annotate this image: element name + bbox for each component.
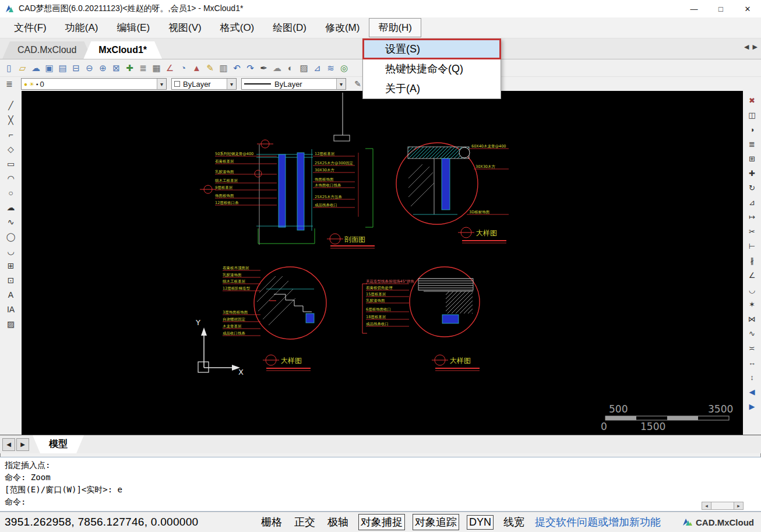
- polygon-icon[interactable]: ◇: [4, 142, 18, 156]
- menu-item[interactable]: 绘图(D): [263, 18, 316, 37]
- menu-item[interactable]: 帮助(H): [369, 18, 421, 37]
- command-line-area[interactable]: 指定插入点: 命令: Zoom [范围(E)/窗口(W)]<实时>: e 命令:…: [0, 457, 761, 512]
- maximize-button[interactable]: □: [707, 0, 734, 17]
- measure-angle-icon[interactable]: ∠: [163, 61, 177, 75]
- menu-item[interactable]: 视图(V): [159, 18, 211, 37]
- menu-option[interactable]: 设置(S): [363, 39, 501, 59]
- pedit-icon[interactable]: ∿: [745, 326, 759, 341]
- text-icon[interactable]: A: [4, 287, 18, 302]
- table-hatch-icon[interactable]: ▨: [4, 316, 18, 331]
- ellipse-icon[interactable]: ◯: [4, 229, 18, 244]
- mirror-icon[interactable]: ◑: [745, 122, 759, 137]
- status-toggle[interactable]: 栅格: [259, 514, 284, 530]
- linetype-scale-icon[interactable]: ≋: [324, 61, 337, 75]
- copy-icon[interactable]: ◫: [745, 108, 759, 122]
- linetype-dropdown[interactable]: ByLayer ▾: [241, 78, 346, 90]
- page-right-icon[interactable]: ▶: [745, 399, 759, 414]
- explode-icon[interactable]: ✶: [745, 297, 759, 312]
- drawing-canvas[interactable]: 50系列轻钢龙骨@400 石膏板基层 乳胶漆饰面 细木工板基层 9厘板基层 饰面…: [22, 91, 743, 435]
- fill-mode-icon[interactable]: ▲: [190, 61, 203, 75]
- menu-item[interactable]: 功能(A): [56, 18, 108, 37]
- layer-dropdown[interactable]: ● ☀ ▪ 0 ▾: [21, 78, 167, 90]
- triangle-tool-icon[interactable]: ⊿: [311, 61, 324, 75]
- open-folder-icon[interactable]: ▱: [16, 61, 29, 75]
- array-icon[interactable]: ⊞: [745, 152, 759, 166]
- lengthen-icon[interactable]: ↔: [745, 355, 759, 370]
- scrollbar-track[interactable]: [711, 502, 734, 510]
- menu-item[interactable]: 文件(F): [5, 18, 56, 37]
- display-order-icon[interactable]: ◐: [284, 61, 297, 75]
- construction-line-icon[interactable]: ╳: [4, 112, 18, 127]
- menu-item[interactable]: 编辑(E): [107, 18, 159, 37]
- quick-edit-icon[interactable]: ✎: [203, 61, 217, 75]
- zoom-extents-icon[interactable]: ⊠: [110, 61, 123, 75]
- rectangle-icon[interactable]: ▭: [4, 156, 18, 171]
- break-icon[interactable]: ∦: [745, 253, 759, 268]
- line-icon[interactable]: ╱: [4, 98, 18, 112]
- circle-icon[interactable]: ○: [4, 185, 18, 200]
- erase-icon[interactable]: ✖: [745, 93, 759, 108]
- offset-icon[interactable]: ≣: [745, 137, 759, 152]
- close-button[interactable]: ✕: [734, 0, 761, 17]
- scale-icon[interactable]: ⊿: [745, 195, 759, 210]
- scroll-right-icon[interactable]: ▸: [734, 502, 744, 510]
- mtext-icon[interactable]: IA: [4, 302, 18, 316]
- command-scrollbar[interactable]: ◂ ▸: [702, 502, 744, 510]
- status-toggle[interactable]: 正交: [292, 514, 318, 530]
- zoom-out-icon[interactable]: ⊖: [83, 61, 96, 75]
- arc-icon[interactable]: ◠: [4, 171, 18, 185]
- layers-palette-icon[interactable]: ≣: [2, 78, 16, 90]
- join-icon[interactable]: ⋈: [745, 312, 759, 326]
- cloud-open-icon[interactable]: ☁: [29, 61, 43, 75]
- spline-icon[interactable]: ∿: [4, 214, 18, 229]
- document-tab[interactable]: MxCloud1*: [83, 41, 162, 59]
- chevron-down-icon[interactable]: ▾: [336, 79, 346, 89]
- menu-item[interactable]: 格式(O): [211, 18, 264, 37]
- status-toggle[interactable]: DYN: [467, 515, 494, 530]
- feedback-link[interactable]: 提交软件问题或增加新功能: [535, 515, 661, 529]
- menu-item[interactable]: 修改(M): [316, 18, 369, 37]
- move-icon[interactable]: ✚: [745, 166, 759, 181]
- sheet-prev-icon[interactable]: ◀: [2, 438, 15, 451]
- model-tab[interactable]: 模型: [33, 435, 84, 453]
- new-file-icon[interactable]: ▯: [2, 61, 16, 75]
- save-as-icon[interactable]: ▤: [56, 61, 69, 75]
- revcloud-icon[interactable]: ☁: [4, 200, 18, 214]
- tab-scroll-right-icon[interactable]: ▶: [753, 43, 758, 51]
- ellipse-arc-icon[interactable]: ◡: [4, 244, 18, 258]
- stretch-icon[interactable]: ↦: [745, 210, 759, 224]
- redo-icon[interactable]: ↷: [244, 61, 257, 75]
- dimension-icon[interactable]: ↕: [745, 370, 759, 385]
- viewport-icon[interactable]: ▦: [150, 61, 163, 75]
- trim-icon[interactable]: ✂: [745, 224, 759, 239]
- document-tab[interactable]: CAD.MxCloud: [2, 41, 91, 59]
- pen-icon[interactable]: ✒: [257, 61, 270, 75]
- insert-block-icon[interactable]: ⊞: [4, 258, 18, 273]
- status-toggle[interactable]: 极轴: [325, 514, 351, 530]
- pan-icon[interactable]: ✚: [123, 61, 136, 75]
- options-icon[interactable]: ◎: [337, 61, 351, 75]
- cad-drawing[interactable]: 50系列轻钢龙骨@400 石膏板基层 乳胶漆饰面 细木工板基层 9厘板基层 饰面…: [22, 91, 743, 435]
- revcloud-tool-icon[interactable]: ☁: [270, 61, 284, 75]
- chevron-down-icon[interactable]: ▾: [227, 79, 236, 89]
- fillet-icon[interactable]: ◡: [745, 283, 759, 297]
- zoom-previous-icon[interactable]: ⊟: [69, 61, 83, 75]
- chevron-down-icon[interactable]: ▾: [157, 79, 166, 89]
- tab-scroll-left-icon[interactable]: ◀: [744, 43, 749, 51]
- copy-clip-icon[interactable]: ▥: [217, 61, 230, 75]
- menu-option[interactable]: 关于(A): [363, 79, 501, 98]
- layer-manager-icon[interactable]: ≣: [136, 61, 150, 75]
- save-icon[interactable]: ▣: [43, 61, 56, 75]
- minimize-button[interactable]: —: [681, 0, 707, 17]
- align-icon[interactable]: ≍: [745, 341, 759, 355]
- rotate-icon[interactable]: ↻: [745, 181, 759, 195]
- zoom-in-icon[interactable]: ⊕: [96, 61, 110, 75]
- polyline-icon[interactable]: ⌐: [4, 127, 18, 142]
- status-toggle[interactable]: 对象捕捉: [358, 514, 405, 530]
- color-dropdown[interactable]: ByLayer ▾: [171, 78, 237, 90]
- menu-option[interactable]: 热键快捷命令(Q): [363, 59, 501, 79]
- arc-info-icon[interactable]: ◔: [177, 61, 190, 75]
- status-toggle[interactable]: 线宽: [501, 514, 527, 530]
- create-block-icon[interactable]: ⊡: [4, 273, 18, 287]
- undo-icon[interactable]: ↶: [230, 61, 244, 75]
